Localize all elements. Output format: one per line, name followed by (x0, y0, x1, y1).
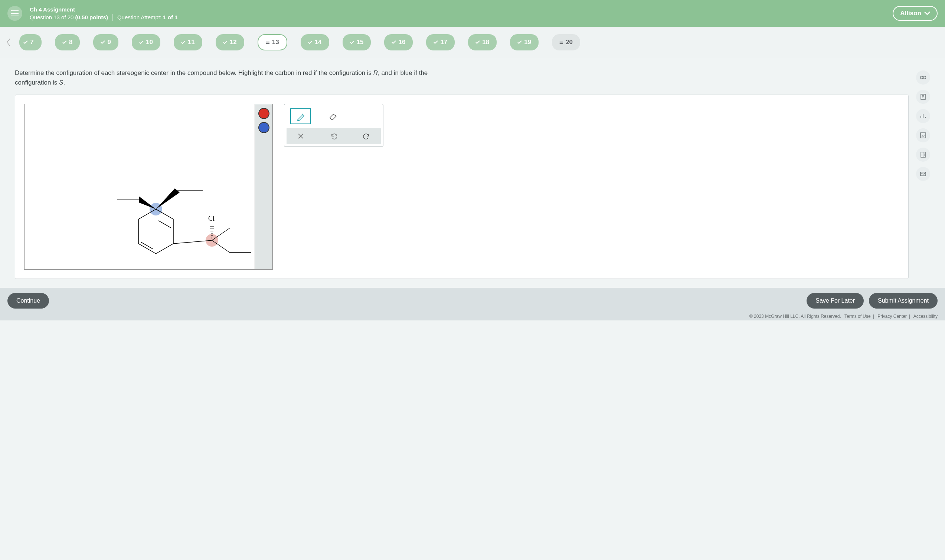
close-icon (298, 133, 304, 139)
undo-icon (330, 133, 337, 140)
bar-chart-icon (919, 112, 927, 120)
redo-icon (363, 133, 370, 140)
question-pill-11[interactable]: 11 (174, 34, 202, 51)
svg-rect-22 (920, 172, 926, 176)
svg-point-17 (923, 76, 926, 79)
check-icon (62, 40, 67, 44)
question-pill-7[interactable]: 7 (19, 34, 42, 51)
question-pill-13[interactable]: ⚌13 (257, 34, 287, 51)
nav-prev-button[interactable] (3, 35, 14, 50)
question-pill-15[interactable]: 15 (342, 34, 371, 51)
check-icon (350, 40, 355, 44)
check-icon (433, 40, 438, 44)
accessibility-link[interactable]: Accessibility (913, 314, 937, 319)
reference-button[interactable] (916, 148, 930, 162)
color-red-button[interactable] (258, 108, 270, 119)
attempt-info: Question Attempt: 1 of 1 (117, 14, 178, 20)
copyright-text: © 2023 McGraw Hill LLC. All Rights Reser… (749, 314, 841, 319)
check-icon (392, 40, 396, 44)
equals-icon: ⚌ (266, 40, 270, 45)
check-icon (181, 40, 186, 44)
question-pill-8[interactable]: 8 (55, 34, 80, 51)
book-icon (919, 151, 927, 158)
submit-button[interactable]: Submit Assignment (869, 293, 937, 309)
color-rail (254, 104, 273, 269)
canvas-wrap: Cl (24, 104, 273, 269)
footer-right: Save For Later Submit Assignment (806, 293, 937, 309)
label-cl: Cl (208, 215, 214, 223)
svg-line-1 (159, 221, 171, 228)
clear-button[interactable] (296, 132, 305, 140)
notes-icon (919, 93, 927, 100)
svg-line-6 (173, 240, 212, 244)
svg-line-0 (141, 242, 153, 249)
question-pill-9[interactable]: 9 (93, 34, 118, 51)
svg-line-7 (212, 228, 230, 240)
periodic-icon: Ar (919, 132, 927, 139)
assignment-title: Ch 4 Assignment (30, 6, 178, 12)
footer-bar: Continue Save For Later Submit Assignmen… (0, 288, 945, 314)
svg-line-8 (212, 240, 230, 252)
undo-button[interactable] (329, 132, 338, 140)
header-text: Ch 4 Assignment Question 13 of 20 (0.50 … (30, 6, 178, 21)
redo-button[interactable] (362, 132, 371, 140)
header-subtitle: Question 13 of 20 (0.50 points) Question… (30, 14, 178, 21)
check-icon (23, 40, 28, 44)
periodic-button[interactable]: Ar (916, 128, 930, 142)
mail-icon (919, 170, 927, 178)
question-pill-10[interactable]: 10 (132, 34, 160, 51)
check-icon (139, 40, 143, 44)
message-button[interactable] (916, 167, 930, 181)
copyright-bar: © 2023 McGraw Hill LLC. All Rights Reser… (0, 314, 945, 320)
divider (113, 14, 113, 21)
app-header: Ch 4 Assignment Question 13 of 20 (0.50 … (0, 0, 945, 27)
question-prompt: Determine the configuration of each ster… (15, 68, 460, 87)
side-tools: Ar (916, 68, 930, 279)
question-pill-17[interactable]: 17 (426, 34, 455, 51)
header-left: Ch 4 Assignment Question 13 of 20 (0.50 … (8, 6, 178, 21)
main-column: Determine the configuration of each ster… (15, 68, 909, 279)
eraser-icon (328, 111, 339, 121)
equals-icon: ⚌ (560, 40, 563, 45)
stats-button[interactable] (916, 109, 930, 123)
chevron-down-icon (924, 11, 930, 15)
privacy-link[interactable]: Privacy Center (877, 314, 907, 319)
svg-marker-4 (156, 188, 180, 209)
save-button[interactable]: Save For Later (806, 293, 864, 309)
svg-marker-2 (139, 196, 156, 209)
workspace: Cl (15, 95, 909, 279)
terms-link[interactable]: Terms of Use (845, 314, 871, 319)
menu-button[interactable] (8, 6, 22, 21)
drawing-canvas[interactable]: Cl (25, 104, 254, 269)
question-pill-19[interactable]: 19 (510, 34, 538, 51)
check-icon (517, 40, 522, 44)
molecule-structure (95, 149, 251, 271)
highlighter-icon (296, 111, 306, 121)
hamburger-icon (11, 11, 18, 16)
svg-text:Ar: Ar (922, 134, 925, 138)
question-position: Question 13 of 20 (0.50 points) (30, 14, 108, 20)
check-icon (223, 40, 228, 44)
chevron-left-icon (6, 38, 11, 47)
eraser-tool[interactable] (323, 108, 344, 124)
highlighter-tool[interactable] (290, 108, 311, 124)
question-pill-20[interactable]: ⚌20 (552, 34, 580, 51)
question-pill-18[interactable]: 18 (468, 34, 496, 51)
glasses-icon (919, 74, 927, 81)
content-area: Determine the configuration of each ster… (0, 58, 945, 279)
user-menu-button[interactable]: Allison (893, 6, 937, 21)
question-pill-14[interactable]: 14 (301, 34, 329, 51)
question-pill-12[interactable]: 12 (216, 34, 244, 51)
notes-button[interactable] (916, 90, 930, 104)
continue-button[interactable]: Continue (8, 293, 49, 309)
question-nav: 789101112⚌13141516171819⚌20 (0, 27, 945, 58)
color-blue-button[interactable] (258, 122, 270, 133)
glasses-button[interactable] (916, 71, 930, 85)
question-pill-16[interactable]: 16 (384, 34, 413, 51)
check-icon (475, 40, 480, 44)
tool-row-top (287, 106, 381, 126)
check-icon (308, 40, 313, 44)
toolbox (284, 104, 384, 147)
tool-row-bottom (287, 128, 381, 144)
user-name: Allison (900, 10, 921, 17)
